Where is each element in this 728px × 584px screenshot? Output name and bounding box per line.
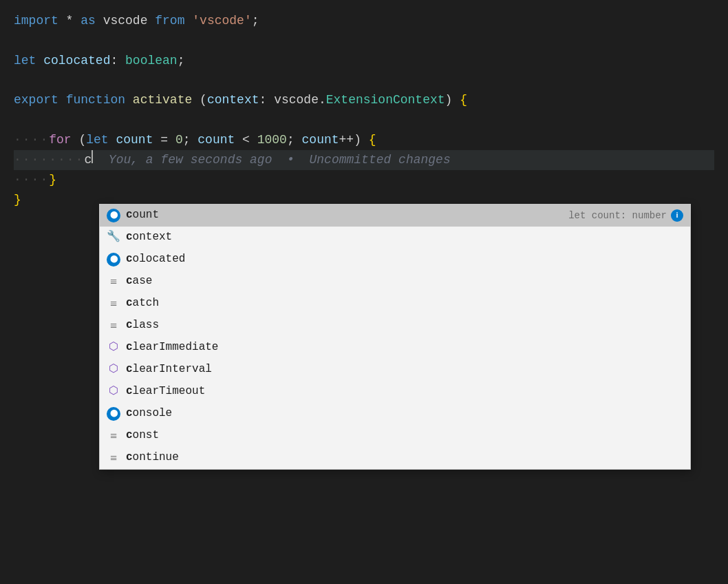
ac-item-cleartimeout[interactable]: ⬡ clearTimeout (100, 381, 690, 403)
var-count-3: count (302, 130, 339, 150)
empty-line-6 (14, 110, 714, 130)
string-vscode: 'vscode' (192, 11, 251, 31)
ac-match-c8: c (126, 363, 133, 375)
ac-type-count: let count: number (555, 208, 667, 223)
ac-item-colocated[interactable]: ⬤ colocated (100, 249, 690, 271)
text-cursor (92, 150, 93, 164)
ac-item-class[interactable]: ≡ class (100, 315, 690, 337)
var-count: count (116, 130, 153, 150)
empty-line-4 (14, 70, 714, 90)
keyword-for: for (49, 130, 71, 150)
function-activate: activate (133, 90, 192, 110)
ac-match-c: c (126, 209, 133, 221)
ghost-annotation: You, a few seconds ago • Uncommitted cha… (94, 150, 450, 170)
param-context: context (207, 90, 259, 110)
code-line-5: export function activate ( context : vsc… (14, 90, 714, 110)
brace-for-close: } (49, 170, 56, 190)
code-line-9: ···· } (14, 170, 714, 190)
ac-label-case: case (126, 273, 683, 291)
ghost-line-8: ········ c You, a few seconds ago • Unco… (14, 150, 714, 171)
ac-label-cleartimeout: clearTimeout (126, 383, 683, 401)
keyword-from: from (155, 11, 184, 31)
ac-label-colocated: colocated (126, 251, 683, 269)
empty-line-2 (14, 31, 714, 51)
indent-dots-9: ···· (14, 170, 49, 190)
var-count-2: count (197, 130, 235, 150)
ac-match-c11: c (126, 429, 133, 441)
ac-match-c9: c (126, 385, 133, 397)
ac-label-continue: continue (126, 449, 683, 467)
ac-match-c12: c (126, 451, 133, 463)
brace-fn-close: } (14, 190, 21, 210)
keyword-let: let (14, 51, 36, 71)
ac-item-count[interactable]: ⬤ count let count: number i (100, 205, 690, 227)
ac-item-context[interactable]: 🔧 context (100, 227, 690, 249)
ac-label-const: const (126, 427, 683, 445)
icon-keyword-catch: ≡ (107, 296, 120, 311)
icon-variable-count: ⬤ (107, 209, 120, 222)
num-0: 0 (175, 130, 183, 150)
type-boolean: boolean (125, 51, 178, 71)
type-extensioncontext: ExtensionContext (326, 90, 445, 110)
typed-char: c (84, 150, 92, 170)
icon-cube-clearimmediate: ⬡ (107, 340, 120, 355)
brace-open: { (460, 90, 467, 110)
ac-label-class: class (126, 317, 683, 335)
ac-match-c5: c (126, 297, 133, 309)
num-1000: 1000 (257, 130, 287, 150)
code-line-3: let colocated : boolean ; (14, 51, 714, 71)
ac-match-c6: c (126, 319, 133, 331)
ac-label-catch: catch (126, 295, 683, 313)
ac-match-c2: c (126, 231, 133, 243)
icon-cube-clearinterval: ⬡ (107, 362, 120, 377)
icon-wrench-context: 🔧 (107, 230, 120, 245)
autocomplete-dropdown: ⬤ count let count: number i 🔧 context ⬤ … (99, 204, 691, 470)
ac-label-context: context (126, 229, 683, 247)
icon-keyword-class: ≡ (107, 318, 120, 333)
code-line-1: import * as vscode from 'vscode' ; (14, 11, 714, 31)
indent-dots-7: ···· (14, 130, 49, 150)
keyword-function: function (66, 90, 125, 110)
icon-cube-cleartimeout: ⬡ (107, 384, 120, 399)
ac-match-c3: c (126, 253, 133, 265)
ac-item-clearimmediate[interactable]: ⬡ clearImmediate (100, 337, 690, 359)
keyword-as: as (81, 11, 96, 31)
ac-match-c10: c (126, 407, 133, 419)
icon-variable-colocated: ⬤ (107, 253, 120, 267)
ac-label-count: count (126, 207, 555, 225)
ac-match-c4: c (126, 275, 133, 287)
icon-keyword-case: ≡ (107, 274, 120, 289)
ac-item-case[interactable]: ≡ case (100, 271, 690, 293)
code-line-7: ···· for ( let count = 0 ; count < 1000 … (14, 130, 714, 150)
ac-label-clearimmediate: clearImmediate (126, 339, 683, 357)
ac-label-console: console (126, 405, 683, 423)
var-colocated: colocated (43, 51, 110, 71)
icon-keyword-continue: ≡ (107, 450, 120, 466)
ac-item-const[interactable]: ≡ const (100, 425, 690, 447)
brace-for-open: { (369, 130, 376, 150)
info-icon-count[interactable]: i (671, 209, 683, 222)
ac-item-catch[interactable]: ≡ catch (100, 293, 690, 315)
ac-match-c7: c (126, 341, 133, 353)
keyword-let-count: let (86, 130, 108, 150)
ac-item-console[interactable]: ⬤ console (100, 403, 690, 425)
keyword-export: export (14, 90, 58, 110)
icon-variable-console: ⬤ (107, 407, 120, 421)
code-editor[interactable]: import * as vscode from 'vscode' ; let c… (0, 0, 728, 221)
indent-dots-8: ········ (14, 150, 84, 170)
ac-label-clearinterval: clearInterval (126, 361, 683, 379)
keyword-import: import (14, 11, 58, 31)
ac-item-continue[interactable]: ≡ continue (100, 447, 690, 469)
ac-item-clearinterval[interactable]: ⬡ clearInterval (100, 359, 690, 381)
icon-keyword-const: ≡ (107, 428, 120, 444)
